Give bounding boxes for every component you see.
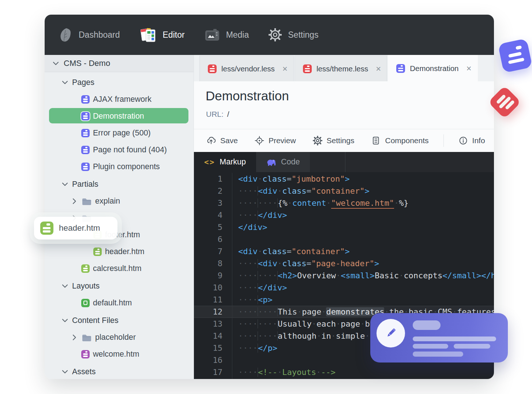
nav-item-label: Dashboard — [79, 30, 120, 40]
chevron-down-icon — [61, 369, 69, 374]
line-number: 3 — [194, 197, 232, 209]
chevron-right-icon — [70, 334, 78, 341]
tree-item-label: Layouts — [72, 282, 100, 291]
save-cloud-icon — [206, 136, 216, 145]
chevron-down-icon — [61, 318, 69, 323]
settings-button[interactable]: Settings — [313, 136, 355, 145]
code-line-text: ····<div·class="page-header"> — [232, 257, 379, 270]
line-number: 14 — [194, 330, 232, 342]
tree-item-page-not-found-404-[interactable]: Page not found (404) — [45, 141, 194, 158]
sidebar-root[interactable]: CMS - Demo — [45, 55, 194, 72]
line-number: 18 — [194, 378, 232, 379]
chevron-right-icon — [72, 198, 77, 204]
folder-icon — [82, 333, 92, 342]
components-icon — [371, 136, 381, 145]
toolbar-button-label: Save — [220, 136, 238, 145]
editor-icon — [140, 27, 157, 42]
sidebar-section-pages[interactable]: Pages — [45, 74, 194, 91]
tree-item-label: placeholder — [95, 333, 136, 342]
close-icon[interactable]: × — [376, 64, 381, 73]
tree-item-label: explain — [95, 197, 120, 206]
gear-icon — [269, 28, 282, 41]
toolbar-button-label: Components — [385, 136, 428, 145]
sidebar-section-content-files[interactable]: Content Files — [45, 312, 194, 329]
line-number: 5 — [194, 221, 232, 233]
tree-item-header-htm[interactable]: header.htm — [45, 243, 194, 260]
code-line-text: <div·class="jumbotron"> — [232, 173, 350, 185]
info-button[interactable]: Info — [458, 136, 485, 145]
url-label: URL: — [206, 110, 224, 118]
folder-icon — [82, 333, 92, 342]
tree-item-label: Error page (500) — [93, 129, 151, 138]
code-line-6: 6 — [194, 233, 494, 245]
chevron-down-icon — [62, 80, 68, 85]
page-doc-icon — [81, 112, 90, 120]
save-button[interactable]: Save — [206, 136, 238, 145]
components-button[interactable]: Components — [371, 136, 428, 145]
tree-item-error-page-500-[interactable]: Error page (500) — [45, 124, 194, 141]
editor-tab-markup[interactable]: <>Markup — [194, 152, 256, 172]
toolbar-button-label: Preview — [269, 136, 296, 145]
preview-button[interactable]: Preview — [255, 136, 296, 145]
tree-item-label: Page not found (404) — [93, 145, 167, 155]
partial-doc-icon — [81, 264, 90, 273]
document-toolbar: SavePreviewSettingsComponentsInfo — [194, 129, 494, 152]
code-line-18: 18····<h2>Layouts</h2> — [194, 378, 494, 379]
canvas: DashboardEditorMediaSettings CMS - Demo … — [0, 0, 532, 394]
nav-item-editor[interactable]: Editor — [140, 27, 185, 42]
tree-item-plugin-components[interactable]: Plugin components — [45, 158, 194, 175]
chevron-down-icon — [61, 283, 69, 289]
code-line-4: 4····</div> — [194, 209, 494, 221]
close-icon[interactable]: × — [466, 64, 471, 73]
gear-icon — [313, 136, 322, 145]
code-line-3: 3········{%·content·"welcome.htm"·%} — [194, 197, 494, 209]
tree-item-demonstration[interactable]: Demonstration — [45, 108, 194, 124]
tab-label: less/vendor.less — [221, 64, 275, 73]
document-tab-less-vendor-less[interactable]: less/vendor.less× — [199, 56, 294, 81]
tree-item-explain[interactable]: explain — [45, 193, 194, 209]
line-number: 13 — [194, 318, 232, 330]
tree-item-calcresult-htm[interactable]: calcresult.htm — [45, 260, 194, 277]
chevron-down-icon — [61, 182, 69, 187]
line-number: 1 — [194, 173, 232, 185]
nav-item-settings[interactable]: Settings — [269, 28, 318, 41]
code-line-9: 9········<h2>Overview·<small>Basic·conce… — [194, 270, 494, 282]
line-number: 8 — [194, 257, 232, 270]
leaf-icon — [59, 27, 72, 43]
line-number: 17 — [194, 366, 232, 378]
floating-edit-card — [370, 313, 508, 363]
nav-item-media[interactable]: Media — [205, 28, 249, 42]
tree-item-ajax-framework[interactable]: AJAX framework — [45, 91, 194, 108]
tree-item-placeholder[interactable]: placeholder — [45, 329, 194, 346]
nav-item-label: Media — [226, 30, 249, 40]
code-line-text: ····<h2>Layouts</h2> — [232, 378, 336, 379]
sidebar-section-assets[interactable]: Assets — [45, 363, 194, 379]
tree-item-label: calcresult.htm — [93, 264, 142, 273]
chevron-down-icon — [62, 283, 68, 289]
tree-item-welcome-htm[interactable]: welcome.htm — [45, 346, 194, 363]
info-icon — [458, 136, 468, 145]
media-icon — [205, 28, 220, 42]
line-number: 2 — [194, 185, 232, 197]
chevron-down-icon — [62, 318, 68, 323]
document-tab-less-theme-less[interactable]: less/theme.less× — [295, 56, 387, 81]
drag-ghost[interactable]: header.htm — [34, 217, 117, 239]
chevron-down-icon — [52, 61, 60, 66]
code-line-text — [232, 354, 238, 366]
close-icon[interactable]: × — [282, 64, 288, 73]
editor-tab-code[interactable]: Code — [256, 152, 310, 172]
components-icon — [371, 136, 381, 145]
url-value[interactable]: / — [227, 110, 229, 118]
document-tab-demonstration[interactable]: Demonstration× — [388, 55, 477, 81]
line-number: 10 — [194, 282, 232, 294]
sidebar-section-layouts[interactable]: Layouts — [45, 278, 194, 294]
sidebar-section-partials[interactable]: Partials — [45, 176, 194, 193]
tree-item-label: Assets — [72, 367, 96, 376]
save-cloud-icon — [206, 136, 216, 145]
code-line-7: 7<div·class="container"> — [194, 245, 494, 257]
skeleton-line — [413, 344, 448, 349]
nav-item-dashboard[interactable]: Dashboard — [59, 27, 120, 43]
code-line-text: ····</div> — [232, 209, 287, 221]
info-icon — [458, 136, 468, 145]
tree-item-default-htm[interactable]: default.htm — [45, 294, 194, 311]
